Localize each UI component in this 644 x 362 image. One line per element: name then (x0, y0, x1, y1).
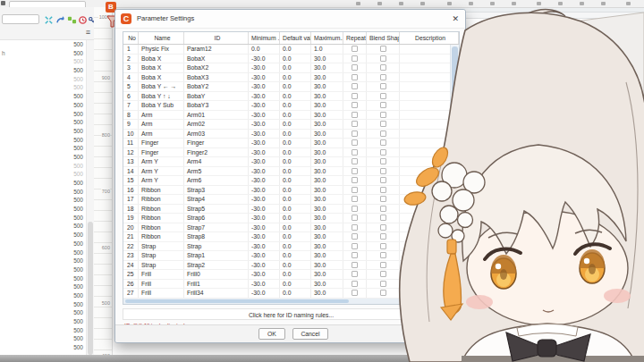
table-row[interactable]: 15Arm YArm6-30.00.030.0 (123, 176, 451, 186)
parameter-row[interactable]: 500 (0, 214, 87, 223)
parameter-row[interactable]: 500 (0, 308, 87, 317)
column-header-maximum[interactable]: Maximum... (311, 32, 343, 44)
parameter-row[interactable]: 500 (0, 162, 87, 171)
blend-shape-checkbox[interactable] (380, 177, 386, 183)
curved-arrow-icon[interactable] (55, 15, 65, 25)
parameter-value[interactable]: 500 (73, 144, 83, 153)
repeat-checkbox[interactable] (352, 168, 358, 174)
parameter-value[interactable]: 500 (73, 222, 83, 231)
parameter-row[interactable]: 500 (0, 110, 87, 119)
table-hscroll-thumb[interactable] (125, 299, 349, 303)
parameter-value[interactable]: 500 (73, 214, 83, 223)
table-row[interactable]: 5Boba Y ← →BobaY2-30.00.030.0 (123, 82, 451, 92)
parameter-value[interactable]: 500 (73, 274, 83, 283)
parameter-row[interactable]: 500 (0, 334, 87, 343)
parameter-value[interactable]: 500 (73, 300, 83, 309)
toolbar-icon[interactable] (356, 2, 360, 5)
parameter-value[interactable]: 500 (73, 110, 83, 119)
parameter-value[interactable]: 500 (73, 92, 83, 101)
parameter-row[interactable]: 500 (0, 83, 87, 92)
parameter-row[interactable]: 500 (0, 248, 87, 257)
table-row[interactable]: 2Boba XBobaX-30.00.030.0 (123, 55, 451, 64)
parameter-row[interactable]: 500 (0, 101, 87, 110)
blend-shape-checkbox[interactable] (380, 206, 386, 212)
dialog-titlebar[interactable]: C Parameter Settings ✕ (115, 10, 465, 29)
table-row[interactable]: 18RibbonStrap5-30.00.030.0 (123, 205, 451, 215)
repeat-checkbox[interactable] (352, 102, 358, 108)
blend-shape-checkbox[interactable] (380, 139, 386, 146)
parameter-row[interactable]: 500 (0, 136, 87, 145)
blend-shape-checkbox[interactable] (380, 83, 386, 89)
parameter-row[interactable]: 500 (0, 291, 87, 300)
parameter-row[interactable]: 500 (0, 317, 87, 326)
ok-button[interactable]: OK (258, 328, 285, 340)
repeat-checkbox[interactable] (352, 46, 358, 52)
blend-shape-checkbox[interactable] (380, 130, 386, 137)
parameter-row[interactable]: 500 (0, 265, 87, 274)
parameter-row[interactable]: 500 (0, 75, 87, 84)
table-row[interactable]: 1Physic FixParam120.00.01.0 (123, 45, 451, 55)
column-header-id[interactable]: ID (184, 32, 249, 44)
repeat-checkbox[interactable] (352, 281, 358, 287)
parameter-value[interactable]: 500 (73, 196, 83, 205)
repeat-checkbox[interactable] (352, 55, 358, 62)
panel-scrollbar[interactable] (86, 40, 94, 355)
repeat-checkbox[interactable] (352, 177, 358, 183)
repeat-checkbox[interactable] (352, 112, 358, 118)
repeat-checkbox[interactable] (352, 215, 358, 221)
parameter-value[interactable]: 500 (73, 326, 83, 335)
blend-shape-checkbox[interactable] (380, 121, 386, 127)
table-row[interactable]: 4Boba XBobaX3-30.00.030.0 (123, 73, 451, 83)
parameter-value[interactable]: 500 (73, 83, 83, 92)
panel-menu-icon[interactable]: ≡ (86, 29, 90, 37)
parameter-value[interactable]: 500 (73, 170, 83, 179)
parameter-value[interactable]: 500 (73, 257, 83, 265)
parameter-value[interactable]: 500 (73, 162, 83, 171)
toolbar-icon[interactable] (447, 2, 452, 5)
repeat-checkbox[interactable] (352, 196, 358, 202)
toolbar-icon[interactable] (580, 2, 584, 5)
repeat-checkbox[interactable] (352, 262, 358, 268)
blend-shape-checkbox[interactable] (380, 55, 386, 62)
repeat-checkbox[interactable] (352, 83, 358, 89)
table-row[interactable]: 6Boba Y ↑ ↓BobaY-30.00.030.0 (123, 92, 451, 102)
id-naming-rules-link[interactable]: Click here for ID naming rules... (123, 308, 460, 320)
table-row[interactable]: 7Boba Y SubBobaY3-30.00.030.0 (123, 101, 451, 111)
parameter-value[interactable]: 500 (73, 75, 83, 84)
parameter-row[interactable]: 500 (0, 326, 87, 335)
table-row[interactable]: 27FrillFrill34-30.00.030.0 (123, 289, 451, 299)
blend-shape-checkbox[interactable] (380, 252, 386, 258)
table-row[interactable]: 26FrillFrill1-30.00.030.0 (123, 280, 451, 290)
repeat-checkbox[interactable] (352, 224, 358, 231)
column-header-default-val[interactable]: Default val... (280, 32, 311, 44)
blend-shape-checkbox[interactable] (380, 233, 386, 240)
parameter-value[interactable]: 500 (73, 40, 83, 49)
parameter-value[interactable]: 500 (73, 317, 83, 326)
toolbar-icon[interactable] (490, 2, 495, 5)
parameter-value[interactable]: 500 (73, 334, 83, 343)
blend-shape-checkbox[interactable] (380, 168, 386, 174)
parameter-row[interactable]: h500 (0, 49, 87, 58)
parameter-row[interactable]: 500 (0, 144, 87, 153)
toolbar-icon[interactable] (377, 2, 382, 5)
parameter-value[interactable]: 500 (73, 118, 83, 127)
parameter-row[interactable]: 500 (0, 66, 87, 75)
panel-scrollbar-thumb[interactable] (88, 222, 93, 355)
toolbar-icon[interactable] (601, 2, 606, 5)
repeat-checkbox[interactable] (352, 121, 358, 127)
blend-shape-checkbox[interactable] (380, 64, 386, 71)
parameter-row[interactable]: 500 (0, 170, 87, 179)
table-row[interactable]: 24StrapStrap2-30.00.030.0 (123, 261, 451, 271)
parameter-row[interactable]: 500 (0, 231, 87, 240)
parameter-value[interactable]: 500 (73, 66, 83, 75)
blend-shape-checkbox[interactable] (380, 262, 386, 268)
toolbar-icon[interactable] (420, 2, 425, 5)
app-menu-icon[interactable] (1, 1, 5, 5)
table-row[interactable]: 9ArmArm02-30.00.030.0 (123, 120, 451, 130)
parameter-value[interactable]: 500 (73, 291, 83, 300)
parameter-value[interactable]: 500 (73, 101, 83, 110)
repeat-checkbox[interactable] (352, 206, 358, 212)
table-vscroll-thumb[interactable] (452, 46, 458, 181)
parameter-row[interactable]: 500 (0, 222, 87, 231)
table-row[interactable]: 23StrapStrap1-30.00.030.0 (123, 251, 451, 261)
